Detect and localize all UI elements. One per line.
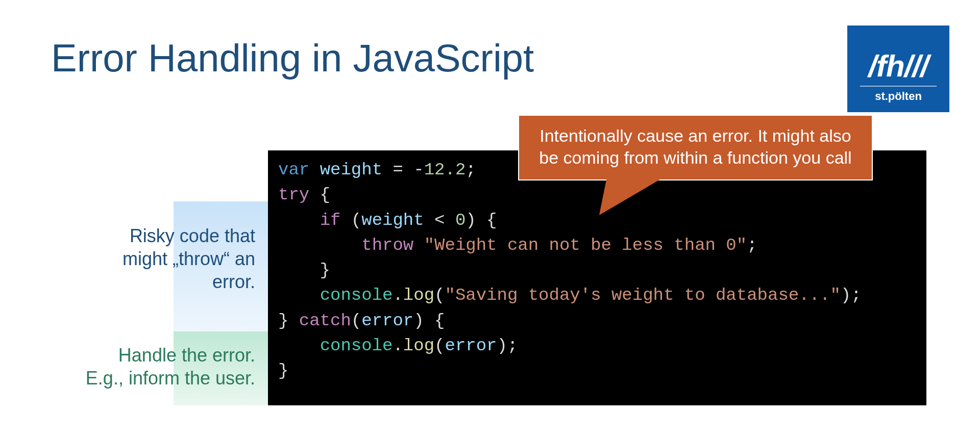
str-log1: "Saving today's weight to database..." xyxy=(445,286,840,305)
op-assign: = xyxy=(382,160,413,179)
kw-throw: throw xyxy=(361,236,413,255)
annotation-risky: Risky code that might „throw“ an error. xyxy=(122,224,255,293)
kw-try: try xyxy=(278,185,309,204)
semi1: ; xyxy=(465,160,476,179)
num-zero: 0 xyxy=(455,211,465,230)
id-weight2: weight xyxy=(361,211,424,230)
logo-main: /fh/// xyxy=(868,51,928,82)
obj-console2: console xyxy=(320,336,393,355)
id-error: error xyxy=(361,311,413,330)
catch-paren-open: ( xyxy=(351,311,361,330)
annotation-handle: Handle the error. E.g., inform the user. xyxy=(86,344,255,390)
brace-close-try: } xyxy=(278,311,299,330)
paren-close: ) { xyxy=(465,211,497,230)
kw-if: if xyxy=(320,211,341,230)
paren-open: ( xyxy=(340,211,361,230)
code-block: var weight = -12.2; try { if (weight < 0… xyxy=(268,150,926,405)
op-neg: - xyxy=(413,160,424,179)
semi4: ; xyxy=(507,336,518,355)
fh-logo: /fh/// st.pölten xyxy=(847,25,949,112)
semi2: ; xyxy=(747,236,757,255)
kw-var: var xyxy=(278,160,309,179)
brace-open-try: { xyxy=(309,185,330,204)
callout-bubble: Intentionally cause an error. It might a… xyxy=(518,115,873,180)
semi3: ; xyxy=(851,286,861,305)
brace-close-if: } xyxy=(278,261,330,280)
dot2: . xyxy=(393,336,403,355)
fn-log1: log xyxy=(403,286,434,305)
dot1: . xyxy=(393,286,403,305)
catch-paren-close: ) { xyxy=(413,311,445,330)
id-weight: weight xyxy=(320,160,382,179)
fn-log2: log xyxy=(403,336,434,355)
logo-sub: st.pölten xyxy=(860,86,937,103)
id-error-arg: error xyxy=(445,336,497,355)
obj-console1: console xyxy=(320,286,393,305)
brace-close-catch: } xyxy=(278,361,288,380)
kw-catch: catch xyxy=(299,311,351,330)
slide-title: Error Handling in JavaScript xyxy=(51,36,534,80)
num-val: 12.2 xyxy=(424,160,466,179)
op-lt: < xyxy=(424,211,455,230)
str-throw: "Weight can not be less than 0" xyxy=(424,236,747,255)
